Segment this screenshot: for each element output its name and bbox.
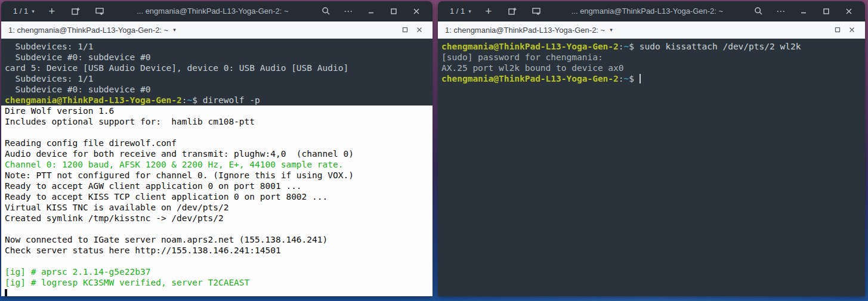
plus-icon: + [485,5,492,17]
maximize-icon [823,8,830,15]
terminal-line [1,256,433,266]
terminal-screen-direwolf[interactable]: Subdevices: 1/1 Subdevice #0: subdevice … [1,39,433,296]
terminal-line: Subdevices: 1/1 [1,41,433,52]
terminal-line: Subdevice #0: subdevice #0 [1,84,433,95]
menu-dots-icon: ⋯ [344,6,353,17]
pane-maximize-button[interactable] [398,23,412,36]
close-icon [845,8,852,15]
maximize-icon [390,8,397,15]
plus-icon: + [48,5,55,17]
terminal-line: Now connected to IGate server noam.aprs2… [1,234,433,245]
close-button[interactable] [840,4,858,19]
close-icon [413,8,420,15]
menu-button[interactable]: ⋯ [772,4,790,19]
add-terminal-right-button[interactable] [503,4,521,19]
add-terminal-right-icon [508,7,517,16]
add-terminal-right-icon [71,7,81,16]
new-session-button[interactable]: + [480,4,498,19]
menu-button[interactable]: ⋯ [339,4,357,19]
terminal-line [1,127,433,138]
terminal-line: Subdevices: 1/1 [1,73,433,84]
terminal-window-kissattach: 1 / 1 ▾ + ... engmania@ThinkPad-L13-Yoga… [438,1,865,296]
terminal-line: Ready to accept KISS TCP client applicat… [1,191,433,202]
pane-maximize-icon [402,27,408,33]
terminal-line [1,224,433,234]
session-count-label: 1 / 1 [450,7,465,15]
terminal-line: Ready to accept AGW client application 0… [1,181,433,191]
pane-titlebar[interactable]: 1: chengmania@ThinkPad-L13-Yoga-Gen-2: ~… [438,21,865,39]
pane-maximize-icon [835,27,841,33]
terminal-line: chengmania@ThinkPad-L13-Yoga-Gen-2:~$ di… [1,95,433,105]
pane-maximize-button[interactable] [830,23,845,36]
pane-title: 1: chengmania@ThinkPad-L13-Yoga-Gen-2: ~ [445,26,605,35]
terminal-line: Note: PTT not configured for channel 0. … [1,170,433,181]
minimize-icon [367,8,375,15]
chevron-down-icon: ▾ [610,27,613,33]
pane-close-button[interactable] [412,23,427,36]
terminal-output-block-dark: Subdevices: 1/1 Subdevice #0: subdevice … [1,39,433,105]
terminal-line: Created symlink /tmp/kisstnc -> /dev/pts… [1,213,433,224]
add-terminal-down-button[interactable] [91,4,109,19]
chevron-down-icon: ▾ [32,8,35,14]
window-headerbar: 1 / 1 ▾ + ... engmania@ThinkPad-L13-Yoga… [438,1,865,21]
terminal-line: AX.25 port wl2k bound to device ax0 [438,63,865,73]
terminal-line: [ig] # logresp KC3SMW verified, server T… [1,277,433,288]
terminal-line: Check server status here http://155.138.… [1,245,433,256]
minimize-button[interactable] [362,4,380,19]
terminal-output-block-dark: chengmania@ThinkPad-L13-Yoga-Gen-2:~$ su… [438,39,865,296]
terminal-line [1,288,433,296]
chevron-down-icon: ▾ [468,8,471,14]
search-icon [322,7,330,15]
terminal-line: chengmania@ThinkPad-L13-Yoga-Gen-2:~$ su… [438,41,865,52]
terminal-line: Subdevice #0: subdevice #0 [1,52,433,63]
minimize-icon [800,8,807,15]
maximize-button[interactable] [817,4,835,19]
terminal-output-block-light: Dire Wolf version 1.6Includes optional s… [1,105,433,296]
close-button[interactable] [407,4,425,19]
terminal-line: [sudo] password for chengmania: [438,52,865,63]
pane-close-icon [849,27,855,33]
text-cursor-bar [640,74,641,83]
terminal-line: Reading config file direwolf.conf [1,138,433,148]
window-title: ... engmania@ThinkPad-L13-Yoga-Gen-2: ~ [545,7,749,15]
search-button[interactable] [749,4,767,19]
new-session-button[interactable]: + [43,4,61,19]
minimize-button[interactable] [795,4,813,19]
terminal-line: Dire Wolf version 1.6 [1,105,433,116]
terminal-line: Audio device for both receive and transm… [1,148,433,159]
pane-titlebar[interactable]: 1: chengmania@ThinkPad-L13-Yoga-Gen-2: ~… [1,21,433,39]
menu-dots-icon: ⋯ [776,6,786,17]
terminal-line: Channel 0: 1200 baud, AFSK 1200 & 2200 H… [1,159,433,170]
window-title: ... engmania@ThinkPad-L13-Yoga-Gen-2: ~ [109,7,317,15]
pane-close-icon [416,27,422,33]
add-terminal-down-button[interactable] [527,4,545,19]
terminal-line: Includes optional support for: hamlib cm… [1,116,433,127]
terminal-line: [ig] # aprsc 2.1.14-g5e22b37 [1,266,433,277]
pane-title: 1: chengmania@ThinkPad-L13-Yoga-Gen-2: ~ [8,26,168,35]
terminal-line: Virtual KISS TNC is available on /dev/pt… [1,202,433,213]
add-terminal-down-icon [532,7,541,16]
chevron-down-icon: ▾ [173,27,176,33]
add-terminal-right-button[interactable] [67,4,85,19]
window-headerbar: 1 / 1 ▾ + ... engmania@ThinkPad-L13-Yoga… [1,1,433,21]
session-count-label: 1 / 1 [13,7,28,15]
search-button[interactable] [317,4,335,19]
session-indicator[interactable]: 1 / 1 ▾ [447,5,474,17]
search-icon [754,7,763,15]
terminal-window-direwolf: 1 / 1 ▾ + ... engmania@ThinkPad-L13-Yoga… [1,1,433,296]
terminal-line: card 5: Device [USB Audio Device], devic… [1,63,433,73]
maximize-button[interactable] [385,4,403,19]
terminal-screen-kissattach[interactable]: chengmania@ThinkPad-L13-Yoga-Gen-2:~$ su… [438,39,865,296]
text-cursor-block [5,289,7,296]
pane-close-button[interactable] [845,23,859,36]
session-indicator[interactable]: 1 / 1 ▾ [11,5,37,17]
add-terminal-down-icon [95,7,104,16]
terminal-line: chengmania@ThinkPad-L13-Yoga-Gen-2:~$ [438,73,865,84]
